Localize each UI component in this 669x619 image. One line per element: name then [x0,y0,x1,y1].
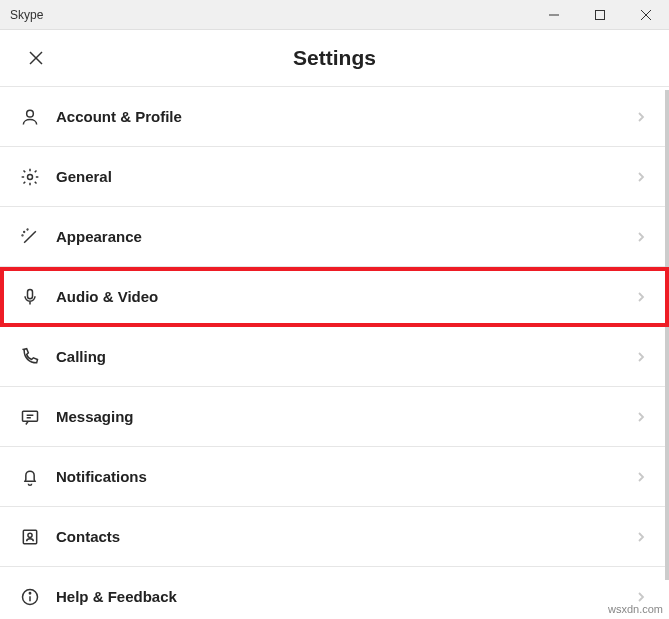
settings-row-calling[interactable]: Calling [0,327,669,387]
row-label: Messaging [56,408,631,425]
svg-rect-11 [28,289,33,298]
watermark: wsxdn.com [608,603,663,615]
settings-header: Settings [0,30,669,86]
row-label: Account & Profile [56,108,631,125]
row-label: Calling [56,348,631,365]
svg-point-17 [29,592,30,593]
chevron-right-icon [631,527,651,547]
message-icon [18,405,42,429]
page-title: Settings [0,46,669,70]
svg-point-14 [28,533,32,537]
chevron-right-icon [631,287,651,307]
svg-rect-1 [596,10,605,19]
row-label: Appearance [56,228,631,245]
svg-point-10 [22,234,23,235]
titlebar: Skype [0,0,669,30]
settings-list: Account & Profile General Appearance Aud… [0,86,669,619]
svg-rect-12 [23,411,38,421]
chevron-right-icon [631,167,651,187]
settings-row-help-feedback[interactable]: Help & Feedback [0,567,669,619]
microphone-icon [18,285,42,309]
close-icon[interactable] [24,46,48,70]
row-label: Help & Feedback [56,588,631,605]
chevron-right-icon [631,467,651,487]
svg-point-8 [24,231,25,232]
row-label: Audio & Video [56,288,631,305]
chevron-right-icon [631,227,651,247]
wand-icon [18,225,42,249]
row-label: Notifications [56,468,631,485]
info-icon [18,585,42,609]
svg-point-9 [27,229,28,230]
row-label: Contacts [56,528,631,545]
window-title: Skype [10,8,531,22]
settings-row-contacts[interactable]: Contacts [0,507,669,567]
settings-row-audio-video[interactable]: Audio & Video [0,267,669,327]
scrollbar[interactable] [665,90,669,580]
settings-row-general[interactable]: General [0,147,669,207]
svg-point-7 [28,174,33,179]
settings-row-appearance[interactable]: Appearance [0,207,669,267]
maximize-button[interactable] [577,0,623,29]
svg-point-6 [27,110,34,117]
bell-icon [18,465,42,489]
minimize-button[interactable] [531,0,577,29]
settings-row-messaging[interactable]: Messaging [0,387,669,447]
contacts-icon [18,525,42,549]
person-icon [18,105,42,129]
chevron-right-icon [631,347,651,367]
chevron-right-icon [631,407,651,427]
gear-icon [18,165,42,189]
settings-row-account-profile[interactable]: Account & Profile [0,87,669,147]
window-controls [531,0,669,29]
chevron-right-icon [631,107,651,127]
close-window-button[interactable] [623,0,669,29]
row-label: General [56,168,631,185]
phone-icon [18,345,42,369]
settings-row-notifications[interactable]: Notifications [0,447,669,507]
